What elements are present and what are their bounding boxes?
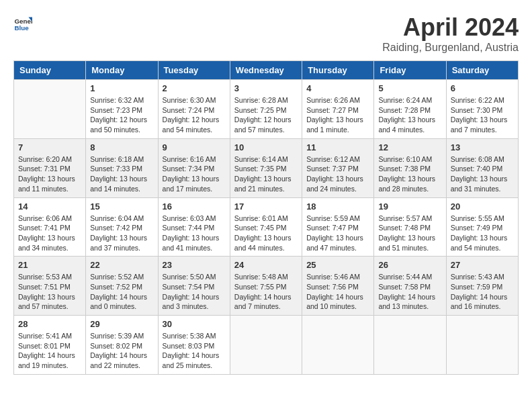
calendar-day-cell: 22Sunrise: 5:52 AM Sunset: 7:52 PM Dayli… — [86, 257, 158, 316]
calendar-day-cell: 15Sunrise: 6:04 AM Sunset: 7:42 PM Dayli… — [86, 197, 158, 257]
day-number: 5 — [378, 83, 441, 93]
calendar-day-cell: 23Sunrise: 5:50 AM Sunset: 7:54 PM Dayli… — [158, 257, 230, 316]
calendar-day-cell: 16Sunrise: 6:03 AM Sunset: 7:44 PM Dayli… — [158, 197, 230, 257]
day-number: 9 — [163, 142, 226, 152]
day-info: Sunrise: 5:43 AM Sunset: 7:59 PM Dayligh… — [451, 272, 514, 312]
day-number: 30 — [163, 319, 226, 329]
day-info: Sunrise: 6:18 AM Sunset: 7:33 PM Dayligh… — [90, 154, 153, 194]
day-number: 16 — [163, 201, 226, 212]
day-number: 4 — [306, 83, 369, 93]
day-number: 18 — [306, 201, 369, 212]
svg-text:Blue: Blue — [14, 24, 29, 32]
day-number: 23 — [163, 260, 226, 270]
calendar-day-header: Monday — [86, 61, 158, 80]
calendar-week-row: 21Sunrise: 5:53 AM Sunset: 7:51 PM Dayli… — [14, 257, 519, 316]
day-info: Sunrise: 6:08 AM Sunset: 7:40 PM Dayligh… — [451, 154, 514, 194]
day-info: Sunrise: 5:57 AM Sunset: 7:48 PM Dayligh… — [378, 214, 441, 253]
day-info: Sunrise: 6:30 AM Sunset: 7:24 PM Dayligh… — [163, 95, 226, 135]
calendar-day-cell: 21Sunrise: 5:53 AM Sunset: 7:51 PM Dayli… — [14, 257, 86, 316]
day-number: 20 — [451, 201, 514, 212]
calendar-day-cell: 4Sunrise: 6:26 AM Sunset: 7:27 PM Daylig… — [302, 80, 374, 139]
day-number: 12 — [378, 142, 441, 152]
day-info: Sunrise: 5:48 AM Sunset: 7:55 PM Dayligh… — [234, 272, 298, 312]
calendar-day-cell: 27Sunrise: 5:43 AM Sunset: 7:59 PM Dayli… — [446, 257, 518, 316]
day-info: Sunrise: 6:26 AM Sunset: 7:27 PM Dayligh… — [306, 95, 369, 135]
day-info: Sunrise: 6:01 AM Sunset: 7:45 PM Dayligh… — [234, 214, 298, 253]
month-title: April 2024 — [382, 13, 519, 42]
day-number: 17 — [234, 201, 298, 212]
calendar-day-cell: 7Sunrise: 6:20 AM Sunset: 7:31 PM Daylig… — [14, 138, 86, 197]
calendar-table: SundayMondayTuesdayWednesdayThursdayFrid… — [13, 60, 519, 375]
calendar-day-cell: 3Sunrise: 6:28 AM Sunset: 7:25 PM Daylig… — [230, 80, 302, 139]
calendar-day-cell: 29Sunrise: 5:39 AM Sunset: 8:02 PM Dayli… — [86, 316, 158, 375]
day-info: Sunrise: 5:44 AM Sunset: 7:58 PM Dayligh… — [378, 272, 441, 312]
calendar-day-header: Sunday — [14, 61, 86, 80]
calendar-day-cell: 13Sunrise: 6:08 AM Sunset: 7:40 PM Dayli… — [446, 138, 518, 197]
calendar-day-cell: 11Sunrise: 6:12 AM Sunset: 7:37 PM Dayli… — [302, 138, 374, 197]
day-info: Sunrise: 5:55 AM Sunset: 7:49 PM Dayligh… — [451, 214, 514, 253]
day-info: Sunrise: 5:39 AM Sunset: 8:02 PM Dayligh… — [90, 331, 153, 371]
calendar-day-cell — [446, 316, 518, 375]
logo-icon: General Blue — [13, 13, 32, 32]
day-info: Sunrise: 5:38 AM Sunset: 8:03 PM Dayligh… — [163, 331, 226, 371]
day-info: Sunrise: 6:03 AM Sunset: 7:44 PM Dayligh… — [163, 214, 226, 253]
day-info: Sunrise: 6:20 AM Sunset: 7:31 PM Dayligh… — [18, 154, 81, 194]
calendar-day-cell: 20Sunrise: 5:55 AM Sunset: 7:49 PM Dayli… — [446, 197, 518, 257]
calendar-day-cell: 6Sunrise: 6:22 AM Sunset: 7:30 PM Daylig… — [446, 80, 518, 139]
calendar-day-cell: 5Sunrise: 6:24 AM Sunset: 7:28 PM Daylig… — [374, 80, 446, 139]
calendar-day-cell — [230, 316, 302, 375]
calendar-week-row: 28Sunrise: 5:41 AM Sunset: 8:01 PM Dayli… — [14, 316, 519, 375]
calendar-day-cell — [302, 316, 374, 375]
day-info: Sunrise: 5:52 AM Sunset: 7:52 PM Dayligh… — [90, 272, 153, 312]
day-number: 6 — [451, 83, 514, 93]
calendar-day-header: Friday — [374, 61, 446, 80]
day-number: 14 — [18, 201, 81, 212]
calendar-day-header: Thursday — [302, 61, 374, 80]
day-info: Sunrise: 6:06 AM Sunset: 7:41 PM Dayligh… — [18, 214, 81, 253]
calendar-day-cell: 8Sunrise: 6:18 AM Sunset: 7:33 PM Daylig… — [86, 138, 158, 197]
day-info: Sunrise: 6:10 AM Sunset: 7:38 PM Dayligh… — [378, 154, 441, 194]
calendar-day-cell: 18Sunrise: 5:59 AM Sunset: 7:47 PM Dayli… — [302, 197, 374, 257]
day-info: Sunrise: 6:16 AM Sunset: 7:34 PM Dayligh… — [163, 154, 226, 194]
day-info: Sunrise: 5:50 AM Sunset: 7:54 PM Dayligh… — [163, 272, 226, 312]
calendar-day-cell: 26Sunrise: 5:44 AM Sunset: 7:58 PM Dayli… — [374, 257, 446, 316]
calendar-day-cell — [374, 316, 446, 375]
day-info: Sunrise: 5:41 AM Sunset: 8:01 PM Dayligh… — [18, 331, 81, 371]
day-number: 27 — [451, 260, 514, 270]
calendar-day-header: Saturday — [446, 61, 518, 80]
calendar-header-row: SundayMondayTuesdayWednesdayThursdayFrid… — [14, 61, 519, 80]
calendar-day-header: Tuesday — [158, 61, 230, 80]
day-info: Sunrise: 6:22 AM Sunset: 7:30 PM Dayligh… — [451, 95, 514, 135]
day-info: Sunrise: 6:14 AM Sunset: 7:35 PM Dayligh… — [234, 154, 298, 194]
day-number: 11 — [306, 142, 369, 152]
title-block: April 2024 Raiding, Burgenland, Austria — [382, 13, 519, 54]
calendar-week-row: 1Sunrise: 6:32 AM Sunset: 7:23 PM Daylig… — [14, 80, 519, 139]
calendar-day-cell: 24Sunrise: 5:48 AM Sunset: 7:55 PM Dayli… — [230, 257, 302, 316]
calendar-day-cell: 1Sunrise: 6:32 AM Sunset: 7:23 PM Daylig… — [86, 80, 158, 139]
day-number: 7 — [18, 142, 81, 152]
day-number: 24 — [234, 260, 298, 270]
day-info: Sunrise: 6:04 AM Sunset: 7:42 PM Dayligh… — [90, 214, 153, 253]
calendar-day-cell: 17Sunrise: 6:01 AM Sunset: 7:45 PM Dayli… — [230, 197, 302, 257]
day-number: 22 — [90, 260, 153, 270]
location-title: Raiding, Burgenland, Austria — [382, 42, 519, 54]
day-number: 3 — [234, 83, 298, 93]
day-number: 8 — [90, 142, 153, 152]
day-info: Sunrise: 6:12 AM Sunset: 7:37 PM Dayligh… — [306, 154, 369, 194]
day-number: 29 — [90, 319, 153, 329]
day-number: 26 — [378, 260, 441, 270]
calendar-day-cell: 2Sunrise: 6:30 AM Sunset: 7:24 PM Daylig… — [158, 80, 230, 139]
calendar-day-cell: 25Sunrise: 5:46 AM Sunset: 7:56 PM Dayli… — [302, 257, 374, 316]
calendar-day-cell: 10Sunrise: 6:14 AM Sunset: 7:35 PM Dayli… — [230, 138, 302, 197]
day-info: Sunrise: 6:28 AM Sunset: 7:25 PM Dayligh… — [234, 95, 298, 135]
calendar-day-header: Wednesday — [230, 61, 302, 80]
day-number: 1 — [90, 83, 153, 93]
calendar-day-cell: 28Sunrise: 5:41 AM Sunset: 8:01 PM Dayli… — [14, 316, 86, 375]
day-info: Sunrise: 5:59 AM Sunset: 7:47 PM Dayligh… — [306, 214, 369, 253]
page-header: General Blue April 2024 Raiding, Burgenl… — [13, 13, 519, 54]
calendar-week-row: 14Sunrise: 6:06 AM Sunset: 7:41 PM Dayli… — [14, 197, 519, 257]
calendar-week-row: 7Sunrise: 6:20 AM Sunset: 7:31 PM Daylig… — [14, 138, 519, 197]
day-number: 15 — [90, 201, 153, 212]
calendar-day-cell: 19Sunrise: 5:57 AM Sunset: 7:48 PM Dayli… — [374, 197, 446, 257]
calendar-day-cell: 12Sunrise: 6:10 AM Sunset: 7:38 PM Dayli… — [374, 138, 446, 197]
